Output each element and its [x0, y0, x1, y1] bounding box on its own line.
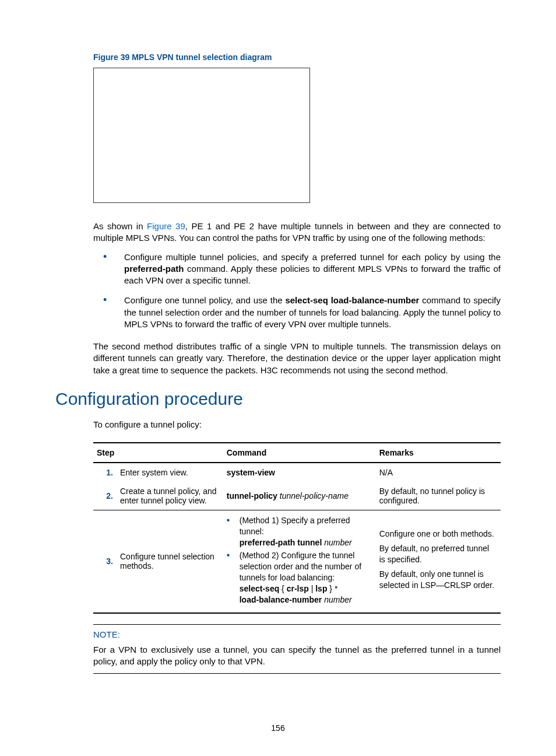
bullet-icon: •: [103, 251, 124, 287]
procedure-intro: To configure a tunnel policy:: [93, 419, 501, 429]
bullet-icon: •: [227, 515, 240, 548]
text-prefix: As shown in: [93, 221, 147, 231]
col-command: Command: [223, 443, 376, 463]
note-text: For a VPN to exclusively use a tunnel, y…: [93, 644, 501, 668]
step-command: tunnel-policy tunnel-policy-name: [223, 482, 376, 510]
step-number: 1.: [93, 463, 117, 482]
step-remarks: By default, no tunnel policy is configur…: [376, 482, 501, 510]
note-label: NOTE:: [93, 629, 501, 639]
paragraph-intro: As shown in Figure 39, PE 1 and PE 2 hav…: [93, 220, 501, 244]
table-row: 2. Create a tunnel policy, and enter tun…: [93, 482, 501, 510]
method-list: • Configure multiple tunnel policies, an…: [55, 251, 501, 331]
method-text: (Method 2) Configure the tunnel selectio…: [240, 550, 372, 605]
method-text: (Method 1) Specify a preferred tunnel: p…: [240, 515, 372, 548]
step-remarks: N/A: [376, 463, 501, 482]
step-number: 3.: [93, 510, 117, 613]
step-command: system-view: [223, 463, 376, 482]
table-row: 3. Configure tunnel selection methods. •…: [93, 510, 501, 613]
bullet-icon: •: [227, 550, 240, 605]
procedure-table: Step Command Remarks 1. Enter system vie…: [93, 442, 501, 614]
list-item-text: Configure one tunnel policy, and use the…: [124, 295, 501, 330]
step-desc: Configure tunnel selection methods.: [117, 510, 223, 613]
figure-placeholder: [93, 68, 310, 203]
list-item: • Configure one tunnel policy, and use t…: [103, 295, 501, 330]
step-desc: Enter system view.: [117, 463, 223, 482]
step-command: • (Method 1) Specify a preferred tunnel:…: [223, 510, 376, 613]
paragraph-warning: The second method distributes traffic of…: [93, 341, 501, 376]
col-step: Step: [93, 443, 223, 463]
list-item-text: Configure multiple tunnel policies, and …: [124, 251, 501, 287]
figure-link[interactable]: Figure 39: [147, 221, 185, 231]
step-desc: Create a tunnel policy, and enter tunnel…: [117, 482, 223, 510]
col-remarks: Remarks: [376, 443, 501, 463]
note-box: NOTE: For a VPN to exclusively use a tun…: [93, 624, 501, 674]
list-item: • Configure multiple tunnel policies, an…: [103, 251, 501, 287]
page-number: 156: [0, 723, 556, 733]
figure-caption: Figure 39 MPLS VPN tunnel selection diag…: [93, 52, 501, 62]
section-heading: Configuration procedure: [55, 389, 501, 409]
step-number: 2.: [93, 482, 117, 510]
table-row: 1. Enter system view. system-view N/A: [93, 463, 501, 482]
step-remarks: Configure one or both methods. By defaul…: [376, 510, 501, 613]
bullet-icon: •: [103, 295, 124, 330]
